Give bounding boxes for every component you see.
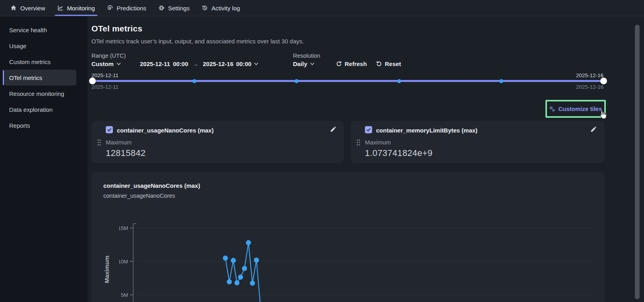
y-axis-label: Maximum <box>103 249 111 289</box>
reset-button-label: Reset <box>385 60 401 67</box>
chart-title: container_usageNanoCores (max) <box>103 182 200 189</box>
nav-overview-label: Overview <box>20 5 45 12</box>
tile-title: container_memoryLimitBytes (max) <box>376 127 477 134</box>
history-icon <box>202 5 208 11</box>
sidebar-item-label: Data exploration <box>9 106 52 113</box>
gear-icon <box>158 5 165 11</box>
resolution-select[interactable]: Daily <box>293 60 314 67</box>
nav-settings[interactable]: Settings <box>158 0 190 16</box>
nav-predictions-label: Predictions <box>117 5 146 12</box>
page-subtitle: OTel metrics track user’s input, output,… <box>91 38 304 45</box>
arrow-right-icon: → <box>191 60 200 67</box>
nav-predictions[interactable]: Predictions <box>107 0 146 16</box>
slider-start-date: 2025-12-11 <box>91 72 118 78</box>
reset-button[interactable]: Reset <box>376 60 401 67</box>
tile-title: container_usageNanoCores (max) <box>117 127 213 134</box>
sidebar-item-label: Usage <box>9 43 26 49</box>
slider-handle-left[interactable] <box>89 78 96 84</box>
nav-activity-log-label: Activity log <box>211 5 240 12</box>
tile-stat-label: Maximum <box>365 139 391 146</box>
nav-monitoring-label: Monitoring <box>67 5 95 12</box>
sidebar-item-resource-monitoring[interactable]: Resource monitoring <box>4 86 76 101</box>
refresh-button-label: Refresh <box>345 60 367 67</box>
slider-tick-dot <box>397 79 401 83</box>
drag-handle-icon[interactable] <box>97 138 101 146</box>
slider-end-date-selected: 2025-12-16 <box>576 84 603 90</box>
sidebar-item-otel-metrics[interactable]: OTel metrics <box>4 70 76 86</box>
home-icon <box>10 5 17 11</box>
sidebar-item-data-exploration[interactable]: Data exploration <box>4 101 76 117</box>
tile-checkbox-checked[interactable] <box>365 126 372 133</box>
date-to: 2025-12-16 <box>203 60 233 67</box>
slider-start-date-selected: 2025-12-11 <box>91 84 118 90</box>
vertical-scrollbar-thumb[interactable] <box>635 25 640 299</box>
metric-tile-usage-nanocores: container_usageNanoCores (max) Maximum 1… <box>91 121 344 163</box>
range-select[interactable]: Custom <box>91 60 121 67</box>
chevron-down-icon <box>310 62 314 66</box>
sidebar-item-usage[interactable]: Usage <box>4 38 76 54</box>
sidebar-item-label: Service health <box>9 27 47 33</box>
date-range-slider-track[interactable] <box>92 80 603 82</box>
nav-settings-label: Settings <box>168 5 190 12</box>
svg-text:10M: 10M <box>119 259 128 265</box>
customize-tiles-button[interactable]: Customize tiles <box>547 101 604 116</box>
date-range-picker[interactable]: 2025-12-11 00:00 → 2025-12-16 00:00 <box>140 60 258 67</box>
refresh-icon <box>336 61 342 67</box>
resolution-label: Resolution <box>293 53 320 59</box>
tile-stat-label: Maximum <box>106 139 132 146</box>
nav-activity-log[interactable]: Activity log <box>202 0 240 16</box>
svg-text:5M: 5M <box>121 292 128 298</box>
reset-icon <box>376 61 382 67</box>
chevron-down-icon <box>116 62 121 66</box>
drag-handle-icon[interactable] <box>356 138 361 146</box>
sidebar: Service health Usage Custom metrics OTel… <box>0 16 87 302</box>
tile-value: 12815842 <box>106 148 145 158</box>
resolution-select-value: Daily <box>293 60 307 67</box>
sidebar-item-label: OTel metrics <box>9 74 42 81</box>
customize-tiles-label: Customize tiles <box>558 105 602 112</box>
slider-handle-right[interactable] <box>600 78 607 84</box>
line-chart: 15M10M5M <box>119 216 604 302</box>
sidebar-item-reports[interactable]: Reports <box>4 117 76 133</box>
chevron-down-icon <box>254 62 258 66</box>
top-nav: Overview Monitoring Predictions Settings… <box>0 0 644 16</box>
sidebar-item-label: Custom metrics <box>9 58 50 65</box>
sidebar-item-custom-metrics[interactable]: Custom metrics <box>4 54 76 70</box>
slider-tick-dot <box>295 79 299 83</box>
tile-checkbox-checked[interactable] <box>106 126 113 133</box>
metric-tile-memory-limit: container_memoryLimitBytes (max) Maximum… <box>351 121 604 163</box>
slider-tick-dot <box>192 79 196 83</box>
monitoring-dashboard: { "nav": { "items": [ { "label": "Overvi… <box>0 0 644 302</box>
time-to: 00:00 <box>236 60 251 67</box>
nav-monitoring[interactable]: Monitoring <box>57 0 95 16</box>
spiral-icon <box>107 5 113 11</box>
chart-icon <box>57 5 64 11</box>
refresh-button[interactable]: Refresh <box>336 60 367 67</box>
slider-end-date: 2025-12-16 <box>576 72 603 78</box>
range-select-value: Custom <box>91 60 114 67</box>
sidebar-item-service-health[interactable]: Service health <box>4 22 76 38</box>
check-icon <box>366 127 371 132</box>
range-label: Range (UTC) <box>91 53 126 59</box>
edit-pencil-icon[interactable] <box>590 126 597 133</box>
time-from: 00:00 <box>173 60 188 67</box>
nav-overview[interactable]: Overview <box>10 0 45 16</box>
gears-icon <box>549 106 555 112</box>
svg-text:15M: 15M <box>119 225 128 231</box>
page-title: OTel metrics <box>91 24 142 33</box>
edit-pencil-icon[interactable] <box>330 126 336 133</box>
check-icon <box>107 127 112 132</box>
sidebar-item-label: Reports <box>9 122 30 129</box>
chart-subtitle: container_usageNanoCores <box>103 193 175 199</box>
sidebar-item-label: Resource monitoring <box>9 90 64 97</box>
date-from: 2025-12-11 <box>140 60 170 67</box>
slider-tick-dot <box>499 79 503 83</box>
annotation-highlight-box: Customize tiles <box>545 100 606 118</box>
tile-value: 1.073741824e+9 <box>365 148 433 158</box>
